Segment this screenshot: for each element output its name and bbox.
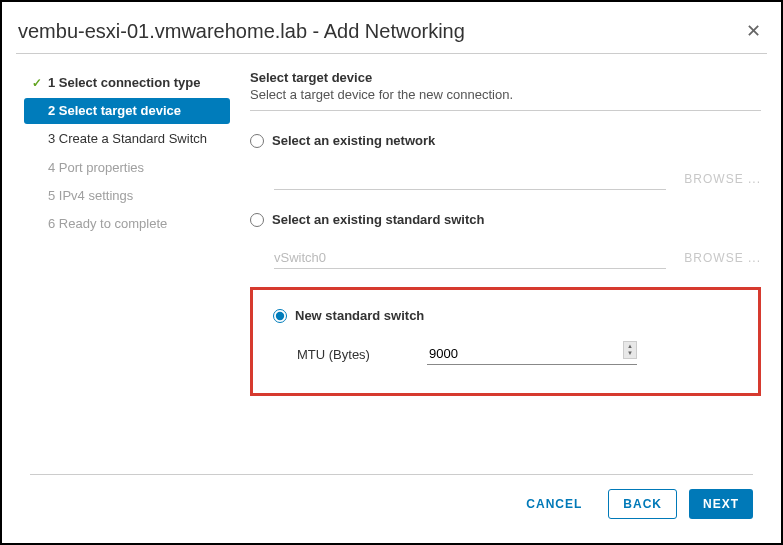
chevron-up-icon: ▲ [627, 343, 633, 350]
step-label: 5 IPv4 settings [48, 187, 133, 205]
highlight-box: New standard switch MTU (Bytes) ▲ ▼ [250, 287, 761, 396]
panel-subtitle: Select a target device for the new conne… [250, 87, 761, 111]
existing-network-field [274, 168, 666, 190]
mtu-label: MTU (Bytes) [297, 347, 427, 362]
panel-title: Select target device [250, 70, 761, 85]
browse-switch-button: BROWSE ... [684, 251, 761, 265]
step-2-target-device[interactable]: 2 Select target device [24, 98, 230, 124]
radio-new-switch[interactable] [273, 309, 287, 323]
browse-network-button: BROWSE ... [684, 172, 761, 186]
radio-existing-network[interactable] [250, 134, 264, 148]
back-button[interactable]: BACK [608, 489, 677, 519]
cancel-button[interactable]: CANCEL [512, 489, 596, 519]
dialog-header: vembu-esxi-01.vmwarehome.lab - Add Netwo… [16, 14, 767, 54]
dialog-title: vembu-esxi-01.vmwarehome.lab - Add Netwo… [18, 20, 465, 43]
radio-label: New standard switch [295, 308, 424, 323]
radio-existing-switch[interactable] [250, 213, 264, 227]
step-1-connection-type[interactable]: ✓ 1 Select connection type [24, 70, 230, 96]
step-3-standard-switch[interactable]: 3 Create a Standard Switch [24, 126, 230, 152]
step-label: 1 Select connection type [48, 74, 200, 92]
step-label: 6 Ready to complete [48, 215, 167, 233]
radio-label: Select an existing network [272, 133, 435, 148]
chevron-down-icon: ▼ [627, 350, 633, 357]
wizard-steps: ✓ 1 Select connection type 2 Select targ… [16, 54, 238, 481]
step-label: 4 Port properties [48, 159, 144, 177]
existing-switch-field: vSwitch0 [274, 247, 666, 269]
dialog-footer: CANCEL BACK NEXT [30, 474, 753, 519]
close-icon[interactable]: ✕ [742, 20, 765, 42]
step-6-ready-complete: 6 Ready to complete [24, 211, 230, 237]
mtu-stepper[interactable]: ▲ ▼ [623, 341, 637, 359]
add-networking-dialog: vembu-esxi-01.vmwarehome.lab - Add Netwo… [16, 14, 767, 531]
option-existing-network[interactable]: Select an existing network [250, 133, 761, 148]
step-label: 2 Select target device [48, 102, 181, 120]
option-existing-switch[interactable]: Select an existing standard switch [250, 212, 761, 227]
mtu-input[interactable] [427, 343, 637, 365]
option-new-switch[interactable]: New standard switch [273, 308, 738, 323]
radio-label: Select an existing standard switch [272, 212, 484, 227]
step-4-port-properties: 4 Port properties [24, 155, 230, 181]
next-button[interactable]: NEXT [689, 489, 753, 519]
step-5-ipv4-settings: 5 IPv4 settings [24, 183, 230, 209]
checkmark-icon: ✓ [30, 75, 44, 92]
main-panel: Select target device Select a target dev… [238, 54, 767, 481]
step-label: 3 Create a Standard Switch [48, 130, 207, 148]
